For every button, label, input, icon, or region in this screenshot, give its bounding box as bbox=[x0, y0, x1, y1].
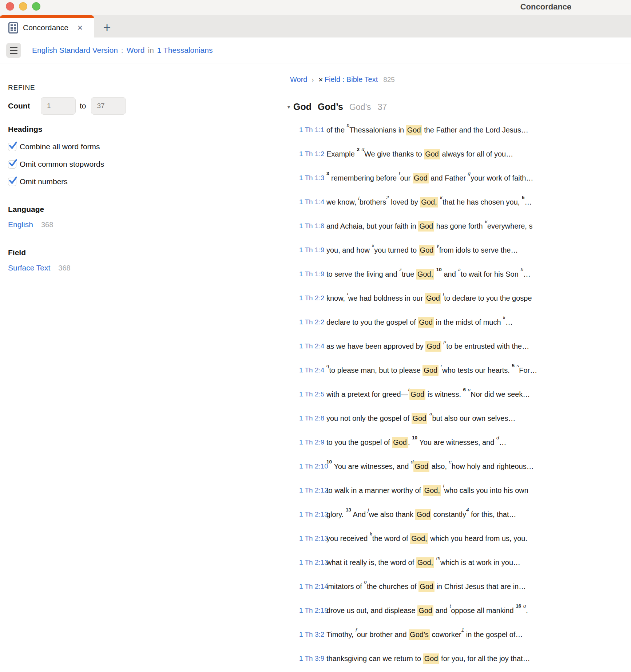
highlighted-term: God bbox=[406, 125, 422, 135]
checkbox-option[interactable]: Omit numbers bbox=[8, 173, 280, 190]
footnote-marker: f bbox=[399, 171, 400, 176]
result-row[interactable]: 1 Th 2:14imitators of othe churches of G… bbox=[280, 574, 631, 598]
filter-field-link[interactable]: Field : Bible Text bbox=[325, 75, 378, 84]
verse-reference-link[interactable]: 1 Th 2:2 bbox=[299, 294, 326, 302]
verse-reference-link[interactable]: 1 Th 2:9 bbox=[299, 438, 326, 446]
result-row[interactable]: 1 Th 2:12to walk in a manner worthy of G… bbox=[280, 478, 631, 502]
highlighted-term: God bbox=[418, 581, 434, 592]
refine-title: REFINE bbox=[8, 84, 280, 92]
result-row[interactable]: 1 Th 2:9to you the gospel of God. 10 You… bbox=[280, 430, 631, 454]
checkbox[interactable] bbox=[8, 160, 16, 169]
tab-concordance[interactable]: Concordance ✕ bbox=[0, 15, 94, 37]
breadcrumb-link[interactable]: Word bbox=[127, 46, 145, 55]
language-facets: English368 bbox=[8, 220, 280, 229]
verse-reference-link[interactable]: 1 Th 2:4 bbox=[299, 366, 326, 374]
result-row[interactable]: 1 Th 1:8and Achaia, but your faith in Go… bbox=[280, 214, 631, 238]
result-row[interactable]: 1 Th 1:4we know, jbrothers2 loved by God… bbox=[280, 190, 631, 214]
highlighted-term: God bbox=[413, 461, 429, 472]
app-window: Concordance Concordance bbox=[0, 0, 631, 672]
result-row[interactable]: 1 Th 2:4as we have been approved by God … bbox=[280, 334, 631, 358]
new-tab-button[interactable]: + bbox=[100, 18, 114, 37]
footnote-marker: t bbox=[408, 387, 410, 392]
count-to-word: to bbox=[80, 102, 86, 110]
verse-reference-link[interactable]: 1 Th 1:4 bbox=[299, 198, 326, 206]
result-row[interactable]: 1 Th 1:9to serve the living and ztrue Go… bbox=[280, 262, 631, 286]
highlighted-term: God, bbox=[416, 557, 434, 568]
count-from-input[interactable] bbox=[41, 97, 76, 115]
result-row[interactable]: 1 Th 2:15drove us out, and displease God… bbox=[280, 598, 631, 622]
verse-reference-link[interactable]: 1 Th 1:9 bbox=[299, 246, 326, 254]
highlighted-term: God bbox=[392, 437, 408, 448]
checkbox[interactable] bbox=[8, 178, 16, 186]
tab-close-icon[interactable]: ✕ bbox=[77, 24, 83, 31]
footnote-marker: y bbox=[437, 243, 439, 248]
footnote-marker: a bbox=[429, 411, 432, 416]
result-row[interactable]: 1 Th 2:13glory. 13 And jwe also thank Go… bbox=[280, 502, 631, 526]
group-count: 37 bbox=[378, 102, 387, 112]
footnote-marker: i bbox=[347, 291, 348, 296]
verse-text: 3 remembering before four God and Father… bbox=[326, 174, 533, 182]
verse-reference-link[interactable]: 1 Th 2:14 bbox=[299, 582, 326, 590]
filter-word-link[interactable]: Word bbox=[290, 75, 307, 84]
verse-text: you received kthe word of God, which you… bbox=[326, 534, 527, 543]
verse-reference-link[interactable]: 1 Th 2:2 bbox=[299, 318, 326, 326]
results-filter-bar: Word › ✕ Field : Bible Text 825 bbox=[290, 75, 631, 84]
active-tab-accent bbox=[0, 15, 94, 18]
verse-text: Timothy, four brother and God’s coworker… bbox=[326, 631, 523, 639]
verse-reference-link[interactable]: 1 Th 1:1 bbox=[299, 126, 326, 134]
verse-reference-link[interactable]: 1 Th 1:2 bbox=[299, 150, 326, 158]
highlighted-term: God bbox=[409, 389, 425, 400]
breadcrumb-link[interactable]: 1 Thessalonians bbox=[157, 46, 213, 55]
zoom-window-button[interactable] bbox=[32, 2, 40, 11]
result-row[interactable]: 1 Th 3:2Timothy, four brother and God’s … bbox=[280, 622, 631, 647]
verse-reference-link[interactable]: 1 Th 2:13 bbox=[299, 558, 326, 566]
verse-text: of the bThessalonians in God the Father … bbox=[326, 126, 528, 134]
result-row[interactable]: 1 Th 2:8you not only the gospel of God a… bbox=[280, 406, 631, 430]
result-row[interactable]: 1 Th 1:9you, and how xyou turned to God … bbox=[280, 238, 631, 262]
verse-reference-link[interactable]: 1 Th 2:4 bbox=[299, 342, 326, 350]
result-row[interactable]: 1 Th 1:33 remembering before four God an… bbox=[280, 166, 631, 190]
result-group-header[interactable]: ▾ God God’s God’s 37 bbox=[287, 102, 631, 112]
verse-reference-link[interactable]: 1 Th 2:8 bbox=[299, 414, 326, 422]
count-to-input[interactable] bbox=[91, 97, 126, 115]
remove-filter-icon[interactable]: ✕ bbox=[318, 76, 323, 83]
result-row[interactable]: 1 Th 2:2declare to you the gospel of God… bbox=[280, 310, 631, 334]
checkbox-option[interactable]: Omit common stopwords bbox=[8, 155, 280, 173]
result-row[interactable]: 1 Th 2:5with a pretext for greed—tGod is… bbox=[280, 382, 631, 406]
breadcrumb-link[interactable]: English Standard Version bbox=[32, 46, 118, 55]
result-row[interactable]: 1 Th 2:13you received kthe word of God, … bbox=[280, 526, 631, 550]
result-row[interactable]: 1 Th 3:9thanksgiving can we return to Go… bbox=[280, 647, 631, 671]
close-window-button[interactable] bbox=[6, 2, 14, 11]
verse-reference-link[interactable]: 1 Th 2:10 bbox=[299, 462, 326, 470]
footnote-marker: j bbox=[368, 507, 369, 513]
footnote-marker: m bbox=[436, 555, 440, 561]
highlighted-term: God bbox=[413, 173, 429, 183]
verse-reference-link[interactable]: 1 Th 2:15 bbox=[299, 606, 326, 614]
checkbox[interactable] bbox=[8, 143, 16, 151]
field-label: Field bbox=[8, 248, 280, 257]
checkbox-option[interactable]: Combine all word forms bbox=[8, 138, 280, 155]
verse-reference-link[interactable]: 1 Th 1:9 bbox=[299, 270, 326, 278]
verse-text: Example 2 dWe give thanks to God always … bbox=[326, 150, 513, 158]
verse-reference-link[interactable]: 1 Th 1:8 bbox=[299, 222, 326, 230]
verse-reference-link[interactable]: 1 Th 3:2 bbox=[299, 631, 326, 639]
verse-reference-link[interactable]: 1 Th 2:5 bbox=[299, 390, 326, 398]
language-facet-link[interactable]: English bbox=[8, 220, 33, 229]
result-row[interactable]: 1 Th 1:2Example 2 dWe give thanks to God… bbox=[280, 142, 631, 166]
verse-reference-link[interactable]: 1 Th 1:3 bbox=[299, 174, 326, 182]
result-row[interactable]: 1 Th 1:1of the bThessalonians in God the… bbox=[280, 118, 631, 142]
result-row[interactable]: 1 Th 2:1010 You are witnesses, and dGod … bbox=[280, 454, 631, 478]
minimize-window-button[interactable] bbox=[19, 2, 27, 11]
result-row[interactable]: 1 Th 2:2know, iwe had boldness in our Go… bbox=[280, 286, 631, 310]
result-row[interactable]: 1 Th 2:13what it really is, the word of … bbox=[280, 550, 631, 574]
verse-reference-link[interactable]: 1 Th 2:13 bbox=[299, 510, 326, 518]
footnote-marker: k bbox=[440, 195, 443, 200]
field-facet-link[interactable]: Surface Text bbox=[8, 264, 50, 272]
verse-reference-link[interactable]: 1 Th 2:13 bbox=[299, 534, 326, 542]
panel-menu-button[interactable] bbox=[6, 43, 21, 58]
collapse-triangle-icon[interactable]: ▾ bbox=[287, 104, 290, 110]
concordance-grid-icon bbox=[8, 22, 18, 33]
verse-reference-link[interactable]: 1 Th 2:12 bbox=[299, 486, 326, 494]
verse-reference-link[interactable]: 1 Th 3:9 bbox=[299, 655, 326, 663]
result-row[interactable]: 1 Th 2:4qto please man, but to please Go… bbox=[280, 358, 631, 382]
